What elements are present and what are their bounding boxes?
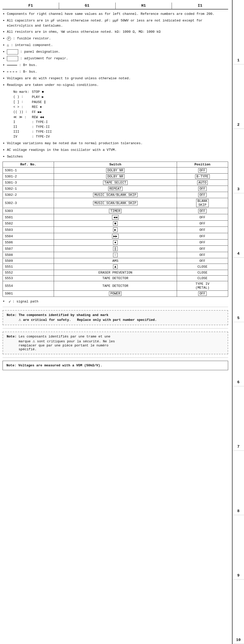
mode-label-type4: : TYPE-IV (32, 134, 54, 139)
safety-note-label-fr: Note: (7, 335, 17, 338)
mode-label-type1: : TYPE-I (32, 120, 54, 124)
bullet-item-readings: • Readings are taken under no-signal con… (3, 83, 228, 88)
modes-section: No mark: STOP ■ ( ) : PLAY ▶ [ ] : PAUSE… (8, 89, 228, 139)
row-num-7: 7 (233, 386, 244, 451)
bullet-dot: • (3, 299, 5, 304)
switch-ref-s502: S502 (3, 221, 54, 227)
notes-section: • Components for right channel have same… (3, 12, 228, 370)
bullet-dot: • (3, 69, 5, 75)
switch-pos-s503: OFF (177, 227, 228, 233)
switch-ref-s503: S503 (3, 227, 54, 233)
switch-row-s552: S552 ERASER PREVENTION CLOSE (3, 270, 228, 276)
switch-ref-s504: S504 (3, 233, 54, 240)
switch-ref-s301-2: S301-2 (3, 174, 54, 180)
bullet-dot: • (3, 49, 5, 55)
switch-name-s303: TIMER (54, 208, 177, 214)
pos-box-s303: OFF (198, 209, 207, 213)
safety-note-french: Note: Les composants identifiés par une … (3, 332, 228, 354)
col-i1: I1 (172, 3, 228, 9)
switch-bordered-s504: ▶▶ (112, 234, 119, 239)
switch-ref-s552: S552 (3, 270, 54, 276)
switch-name-s301-3: TAPE SELECT (54, 180, 177, 186)
bullet-dot: • (3, 56, 5, 61)
safety-note-french-text: Note: Les composants identifiés par une … (7, 335, 224, 351)
switch-name-s504: ▶▶ (54, 233, 177, 240)
bullet-dot: • (3, 18, 5, 24)
section-divider-1 (3, 307, 228, 307)
switch-pos-s554: TYPE IV(METAL) (177, 281, 228, 291)
switch-name-s301-1: DOLBY NR (54, 167, 177, 174)
bullet-dot: • (3, 29, 5, 35)
switch-row-s504: S504 ▶▶ OFF (3, 233, 228, 240)
bullet-item-3: • All resistors are in ohms, ¼W unless o… (3, 29, 228, 35)
bullet-text-bminus: : B– bus. (7, 69, 228, 74)
mode-mark-ff: (( )) : (13, 110, 31, 114)
bullet-text-panel: : panel designation. (7, 49, 228, 54)
mode-row-play: ( ) : PLAY ▶ (13, 95, 54, 99)
switch-bordered-s301-2: DOLBY NR (106, 174, 125, 179)
row-num-10: 10 (233, 580, 244, 644)
panel-box (7, 49, 18, 54)
pos-box-s302-2: OFF (198, 193, 207, 197)
bullet-text-volt-var: Voltage variations may be noted due to n… (7, 141, 228, 146)
switch-table-header-row: Ref. No. Switch Position (3, 162, 228, 167)
row-num-9: 9 (233, 515, 244, 580)
mode-mark-type1: I (13, 120, 31, 124)
switch-pos-s302-3: BLANKSKIP (177, 198, 228, 208)
column-headers: F1 G1 H1 I1 (3, 3, 228, 9)
switch-ref-s551: S551 (3, 264, 54, 270)
switch-ref-s507: S507 (3, 246, 54, 252)
switch-bordered-s502: ■ (113, 221, 118, 226)
col-h1: H1 (116, 3, 172, 9)
mode-label-rew: REW ◀◀ (32, 115, 54, 119)
switch-row-s551: S551 ▲ CLOSE (3, 264, 228, 270)
bullet-text-internal: △ : internal component. (7, 43, 228, 48)
switch-row-s506: S506 ● OFF (3, 240, 228, 246)
switch-ref-s554: S554 (3, 281, 54, 291)
switch-ref-s901: S901 (3, 291, 54, 297)
switch-row-s503: S503 ▶ OFF (3, 227, 228, 233)
switch-pos-s506: OFF (177, 240, 228, 246)
section-divider-3 (3, 357, 228, 358)
row-num-5: 5 (233, 258, 244, 322)
switch-ref-s508: S508 (3, 252, 54, 258)
bullet-item-ac: • AC voltage readings in the bias oscill… (3, 148, 228, 153)
mode-row-rec: < > : REC ● (13, 105, 54, 109)
switch-pos-s502: OFF (177, 221, 228, 227)
mode-row-type3: III : TYPE-III (13, 130, 54, 134)
mode-mark-pause: [ ] : (13, 100, 31, 104)
switch-pos-s507: OFF (177, 246, 228, 252)
pos-box-s302-1: OFF (198, 187, 207, 191)
mode-label-rec: REC ● (32, 105, 54, 109)
switch-name-s302-1: REPEAT (54, 186, 177, 192)
switch-pos-s901: OFF (177, 291, 228, 297)
switch-bordered-s303: TIMER (109, 209, 121, 213)
switch-bordered-s901: POWER (109, 291, 121, 296)
switch-name-s302-3: MUSIC SCAN/BLANK SKIP (54, 198, 177, 208)
warning-triangle-en: ⚠ (19, 317, 21, 322)
switch-row-s553: S553 TAPE DETECTOR CLOSE (3, 276, 228, 281)
switch-ref-s553: S553 (3, 276, 54, 281)
mode-row-pause: [ ] : PAUSE ‖ (13, 100, 54, 104)
bullet-dot: • (3, 83, 5, 88)
switch-name-s506: ● (54, 240, 177, 246)
pos-box-s301-3: AUTO (197, 180, 208, 185)
row-num-2: 2 (233, 64, 244, 129)
pos-box-s901: OFF (198, 291, 207, 296)
switch-row-s301-1: S301-1 DOLBY NR OFF (3, 167, 228, 174)
bullet-dot: • (3, 36, 5, 41)
switch-row-s301-2: S301-2 DOLBY NR B-TYPE (3, 174, 228, 180)
bullet-text-readings: Readings are taken under no-signal condi… (7, 83, 228, 88)
safety-note-critical-en: are critical for safety. Replace only wi… (23, 318, 157, 322)
switch-pos-s301-2: B-TYPE (177, 174, 228, 180)
switch-row-s554: S554 TAPE DETECTOR TYPE IV(METAL) (3, 281, 228, 291)
bullet-text-switches: Switches (7, 154, 228, 159)
mode-mark-play: ( ) : (13, 95, 31, 99)
bullet-item-switches: • Switches (3, 154, 228, 160)
switch-row-s302-2: S302-2 MUSIC SCAN/BLANK SKIP OFF (3, 192, 228, 198)
switch-name-s501: ◀◀ (54, 214, 177, 221)
switch-table: Ref. No. Switch Position S301-1 DOLBY NR… (3, 162, 228, 297)
switch-pos-s508: OFF (177, 252, 228, 258)
bullet-text-voltages: Voltages are dc with respect to ground u… (7, 76, 228, 81)
switch-bordered-s551: ▲ (113, 265, 118, 269)
